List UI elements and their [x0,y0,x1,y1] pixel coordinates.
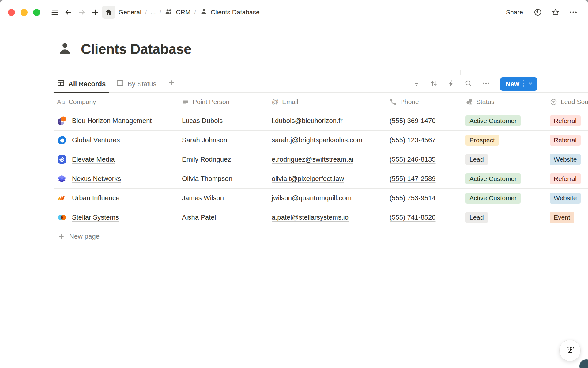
email-link[interactable]: jwilson@quantumquill.com [272,194,352,202]
breadcrumb-general[interactable]: General [119,9,141,16]
email-cell[interactable]: olivia.t@pixelperfect.law [266,169,384,189]
company-name-link[interactable]: Stellar Systems [72,213,119,221]
breadcrumb-collapsed[interactable]: ... [150,9,156,16]
status-cell[interactable]: Active Customer [460,189,545,208]
top-bar-actions: Share [502,6,580,19]
email-cell[interactable]: e.rodriguez@swiftstream.ai [266,150,384,169]
phone-link[interactable]: (555) 369-1470 [390,117,435,125]
company-cell[interactable]: Nexus Networks [54,169,177,189]
new-tab-button[interactable] [89,6,102,19]
search-button[interactable] [465,79,473,88]
zoom-button[interactable] [33,9,40,16]
company-name-link[interactable]: Urban Influence [72,194,119,202]
column-header-status[interactable]: Status [460,93,545,111]
phone-link[interactable]: (555) 246-8135 [390,155,435,163]
company-name-link[interactable]: Nexus Networks [72,175,121,183]
lead-source-cell[interactable]: Website [545,189,588,208]
company-name-link[interactable]: Elevate Media [72,155,115,163]
column-header-phone[interactable]: Phone [384,93,460,111]
minimize-button[interactable] [21,9,28,16]
sort-icon [430,79,438,89]
status-cell[interactable]: Active Customer [460,111,545,131]
email-link[interactable]: olivia.t@pixelperfect.law [272,175,344,183]
phone-link[interactable]: (555) 753-9514 [390,194,435,202]
status-cell[interactable]: Lead [460,150,545,169]
updates-button[interactable] [531,6,545,19]
lead-source-cell[interactable]: Referral [545,169,588,189]
lead-source-cell[interactable]: Referral [545,111,588,131]
email-link[interactable]: l.dubois@bleuhorizon.fr [272,117,342,125]
automation-button[interactable] [447,79,455,88]
point-person-cell[interactable]: Aisha Patel [177,208,266,227]
home-button[interactable] [102,6,115,19]
point-person-cell[interactable]: Olivia Thompson [177,169,266,189]
new-page-button[interactable]: New page [54,227,588,246]
column-header-company[interactable]: Aa Company [54,93,177,111]
status-cell[interactable]: Prospect [460,131,545,150]
sidebar-toggle-button[interactable] [48,6,62,19]
page-title[interactable]: Clients Database [81,41,191,57]
phone-link[interactable]: (555) 123-4567 [390,136,435,144]
favorite-button[interactable] [549,6,562,19]
email-cell[interactable]: sarah.j@brightsparksolns.com [266,131,384,150]
breadcrumb-clients-database[interactable]: Clients Database [200,7,260,17]
text-property-icon [182,98,189,105]
email-cell[interactable]: l.dubois@bleuhorizon.fr [266,111,384,131]
company-cell[interactable]: Urban Influence [54,189,177,208]
phone-cell[interactable]: (555) 246-8135 [384,150,460,169]
tab-all-records[interactable]: All Records [57,75,106,92]
notion-ai-button[interactable] [559,340,581,361]
phone-link[interactable]: (555) 147-2589 [390,175,435,183]
view-toolbar: New [413,77,588,91]
view-more-button[interactable] [482,79,490,88]
back-button[interactable] [62,6,75,19]
email-cell[interactable]: jwilson@quantumquill.com [266,189,384,208]
phone-cell[interactable]: (555) 753-9514 [384,189,460,208]
chevron-down-icon[interactable] [528,81,533,87]
email-cell[interactable]: a.patel@stellarsystems.io [266,208,384,227]
sort-button[interactable] [430,79,438,89]
column-label: Company [69,98,96,105]
more-options-button[interactable] [567,6,580,19]
column-header-lead-source[interactable]: Lead Source [545,93,588,111]
company-cell[interactable]: Stellar Systems [54,208,177,227]
status-cell[interactable]: Lead [460,208,545,227]
phone-cell[interactable]: (555) 741-8520 [384,208,460,227]
phone-cell[interactable]: (555) 147-2589 [384,169,460,189]
new-record-button[interactable]: New [500,77,537,91]
table-view-icon [57,79,65,89]
lead-source-cell[interactable]: Event [545,208,588,227]
company-name-link[interactable]: Bleu Horizon Management [72,117,152,125]
email-link[interactable]: a.patel@stellarsystems.io [272,213,349,221]
point-person-cell[interactable]: Sarah Johnson [177,131,266,150]
email-link[interactable]: sarah.j@brightsparksolns.com [272,136,362,144]
button-divider [523,80,524,88]
forward-button[interactable] [75,6,89,19]
point-person-cell[interactable]: James Wilson [177,189,266,208]
table-row: Bleu Horizon Management Lucas Dubois l.d… [54,111,588,131]
column-header-email[interactable]: @ Email [266,93,384,111]
breadcrumb-crm[interactable]: CRM [165,7,190,17]
lead-source-cell[interactable]: Referral [545,131,588,150]
company-cell[interactable]: Bleu Horizon Management [54,111,177,131]
company-cell[interactable]: Elevate Media [54,150,177,169]
company-cell[interactable]: Global Ventures [54,131,177,150]
status-cell[interactable]: Active Customer [460,169,545,189]
point-person-cell[interactable]: Lucas Dubois [177,111,266,131]
status-badge: Lead [466,212,488,223]
company-name-link[interactable]: Global Ventures [72,136,120,144]
close-button[interactable] [8,9,15,16]
filter-button[interactable] [413,79,420,88]
column-header-point-person[interactable]: Point Person [177,93,266,111]
point-person-cell[interactable]: Emily Rodriguez [177,150,266,169]
phone-link[interactable]: (555) 741-8520 [390,213,435,221]
phone-cell[interactable]: (555) 123-4567 [384,131,460,150]
page-person-icon[interactable] [57,40,73,58]
ellipsis-icon [569,8,578,17]
lead-source-cell[interactable]: Website [545,150,588,169]
tab-by-status[interactable]: By Status [116,75,156,92]
add-view-button[interactable] [167,79,176,89]
share-button[interactable]: Share [502,6,527,18]
phone-cell[interactable]: (555) 369-1470 [384,111,460,131]
email-link[interactable]: e.rodriguez@swiftstream.ai [272,155,353,163]
